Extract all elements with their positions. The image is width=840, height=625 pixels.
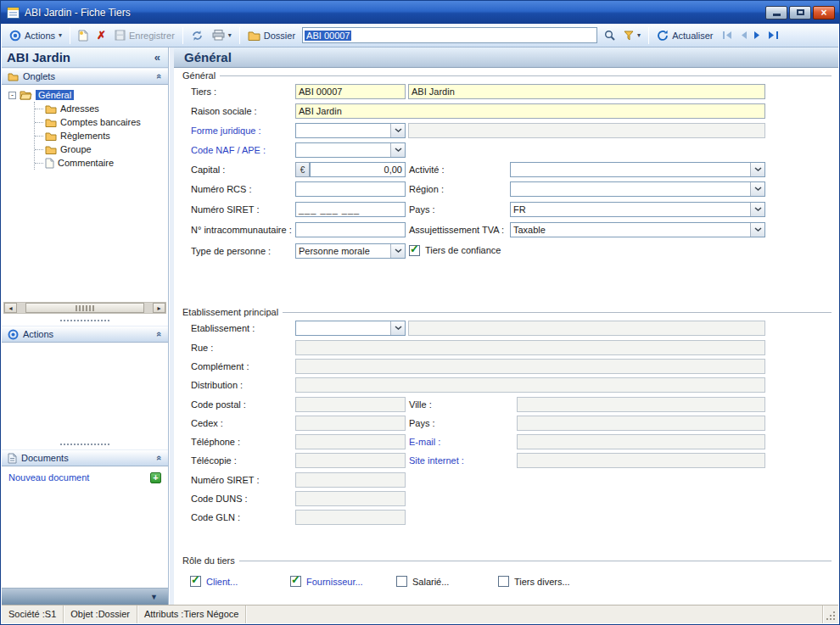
forme-juridique-select[interactable] bbox=[295, 123, 406, 138]
chevron-down-icon[interactable] bbox=[750, 182, 764, 196]
chevron-up-icon[interactable]: « bbox=[154, 455, 165, 460]
splitter-grip[interactable] bbox=[2, 439, 168, 449]
ville-field[interactable] bbox=[517, 397, 765, 412]
code-postal-field[interactable] bbox=[295, 397, 406, 412]
tree-item-label: Adresses bbox=[60, 103, 99, 114]
chevron-down-icon[interactable] bbox=[390, 244, 405, 258]
chevron-down-icon[interactable] bbox=[750, 163, 764, 176]
previous-record-button[interactable] bbox=[737, 29, 749, 42]
next-record-button[interactable] bbox=[752, 29, 764, 42]
chevron-down-icon[interactable] bbox=[750, 203, 764, 216]
raison-sociale-field[interactable]: ABI Jardin bbox=[295, 103, 765, 119]
scroll-right-icon[interactable]: ▸ bbox=[153, 303, 165, 313]
region-label: Région : bbox=[409, 181, 514, 197]
tree-expand-toggle[interactable]: - bbox=[8, 92, 16, 99]
search-icon bbox=[604, 30, 615, 41]
delete-record-button[interactable]: ✗ bbox=[92, 29, 110, 42]
site-internet-field[interactable] bbox=[517, 453, 765, 468]
splitter-grip[interactable] bbox=[2, 315, 168, 326]
tiers-code-field[interactable]: ABI 00007 bbox=[295, 84, 406, 99]
numero-siret-etab-field[interactable] bbox=[295, 472, 406, 488]
sidebar-collapsed-panel[interactable]: ▼ bbox=[2, 588, 168, 605]
cedex-field[interactable] bbox=[295, 416, 406, 431]
tiers-confiance-checkbox[interactable]: ✓ bbox=[409, 245, 420, 256]
tiers-name-field[interactable]: ABI Jardin bbox=[408, 84, 765, 99]
section-header-actions[interactable]: Actions « bbox=[2, 326, 168, 343]
numero-siret-field[interactable]: ___ ___ ___ bbox=[295, 202, 406, 217]
refresh-button[interactable]: Actualiser bbox=[652, 28, 717, 43]
tree-horizontal-scrollbar[interactable]: ◂ ▸ bbox=[3, 302, 166, 314]
actions-menu-button[interactable]: Actions ▾ bbox=[5, 28, 66, 43]
first-record-button[interactable] bbox=[720, 29, 735, 42]
scroll-left-icon[interactable]: ◂ bbox=[4, 303, 17, 313]
sync-button[interactable] bbox=[187, 28, 208, 43]
region-select[interactable] bbox=[510, 181, 765, 197]
forme-juridique-label[interactable]: Forme juridique : bbox=[191, 123, 293, 138]
email-label[interactable]: E-mail : bbox=[409, 434, 514, 449]
dossier-button[interactable]: Dossier bbox=[244, 29, 300, 42]
page-icon bbox=[45, 158, 54, 169]
code-naf-label[interactable]: Code NAF / APE : bbox=[191, 142, 293, 158]
client-label[interactable]: Client... bbox=[206, 575, 238, 589]
pays-select[interactable]: FR bbox=[510, 202, 765, 217]
last-record-button[interactable] bbox=[766, 29, 781, 42]
print-button[interactable]: ▾ bbox=[208, 28, 236, 42]
client-checkbox[interactable]: ✓ bbox=[190, 576, 201, 587]
chevron-down-icon[interactable] bbox=[390, 124, 405, 137]
search-button[interactable] bbox=[600, 28, 619, 42]
salarie-checkbox[interactable] bbox=[396, 576, 407, 587]
section-header-documents[interactable]: Documents « bbox=[2, 449, 168, 466]
chevron-down-icon[interactable] bbox=[390, 143, 405, 157]
scrollbar-thumb[interactable] bbox=[25, 303, 144, 313]
tiers-divers-checkbox[interactable] bbox=[498, 576, 509, 587]
intracommunautaire-field[interactable] bbox=[295, 222, 406, 237]
fournisseur-checkbox[interactable]: ✓ bbox=[290, 576, 301, 587]
chevron-down-icon[interactable] bbox=[750, 223, 764, 237]
activite-select[interactable] bbox=[510, 162, 765, 177]
search-input[interactable]: ABI 00007 bbox=[302, 27, 597, 43]
section-header-onglets[interactable]: Onglets « bbox=[2, 68, 168, 85]
add-document-icon[interactable]: + bbox=[150, 472, 161, 483]
minimize-button[interactable] bbox=[765, 6, 787, 20]
refresh-label: Actualiser bbox=[672, 31, 713, 41]
tree-item-general[interactable]: - Général bbox=[8, 88, 168, 102]
code-naf-select[interactable] bbox=[295, 142, 406, 158]
tva-select[interactable]: Taxable bbox=[510, 222, 765, 237]
telecopie-field[interactable] bbox=[295, 453, 406, 468]
collapse-sidebar-button[interactable]: « bbox=[152, 51, 163, 64]
complement-field[interactable] bbox=[295, 359, 765, 374]
chevron-down-icon: ▼ bbox=[150, 593, 158, 601]
filter-button[interactable]: ▾ bbox=[619, 29, 645, 42]
tree-item-reglements[interactable]: Règlements bbox=[35, 129, 168, 142]
capital-field[interactable]: 0,00 bbox=[310, 162, 406, 177]
chevron-down-icon[interactable] bbox=[390, 321, 405, 335]
tree-item-groupe[interactable]: Groupe bbox=[35, 142, 168, 156]
distribution-field[interactable] bbox=[295, 377, 765, 393]
new-record-button[interactable] bbox=[74, 28, 92, 43]
numero-rcs-field[interactable] bbox=[295, 181, 406, 197]
email-field[interactable] bbox=[517, 434, 765, 449]
maximize-button[interactable] bbox=[789, 6, 811, 20]
telephone-field[interactable] bbox=[295, 434, 406, 449]
close-button[interactable]: × bbox=[813, 6, 835, 20]
site-internet-label[interactable]: Site internet : bbox=[409, 453, 514, 468]
tree-item-adresses[interactable]: Adresses bbox=[35, 102, 168, 115]
chevron-up-icon[interactable]: « bbox=[154, 74, 165, 79]
pays-etab-field[interactable] bbox=[517, 416, 765, 431]
rue-field[interactable] bbox=[295, 340, 765, 355]
tree-item-label: Règlements bbox=[60, 131, 110, 141]
type-personne-select[interactable]: Personne morale bbox=[295, 243, 406, 259]
etablissement-select[interactable] bbox=[295, 321, 406, 336]
tree-item-comptes-bancaires[interactable]: Comptes bancaires bbox=[35, 115, 168, 129]
resize-grip[interactable] bbox=[823, 605, 838, 623]
code-duns-field[interactable] bbox=[295, 491, 406, 506]
type-personne-label: Type de personne : bbox=[191, 243, 293, 259]
chevron-up-icon[interactable]: « bbox=[154, 332, 165, 337]
save-button[interactable]: Enregistrer bbox=[110, 28, 179, 42]
new-document-link[interactable]: Nouveau document bbox=[8, 472, 150, 483]
currency-button[interactable]: € bbox=[295, 162, 310, 177]
code-gln-field[interactable] bbox=[295, 510, 406, 525]
save-label: Enregistrer bbox=[129, 31, 175, 41]
tree-item-commentaire[interactable]: Commentaire bbox=[35, 156, 168, 170]
fournisseur-label[interactable]: Fournisseur... bbox=[306, 575, 363, 589]
